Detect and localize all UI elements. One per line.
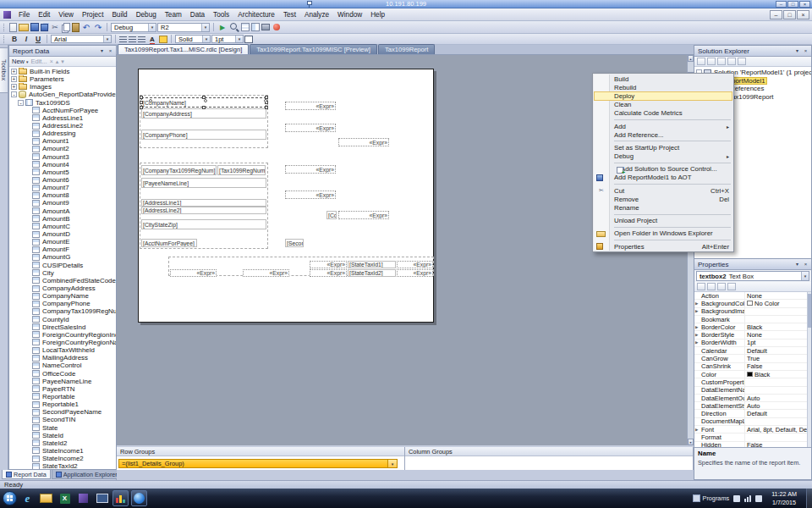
context-menu-item-deploy[interactable]: Deploy [594,91,732,100]
collapse-expander-icon[interactable]: - [18,100,24,106]
expand-arrow-icon[interactable]: ▶ [695,428,698,432]
excel-icon[interactable] [57,490,73,506]
tree-field-mailingaddress[interactable]: MailingAddress [9,354,116,362]
tree-field-state[interactable]: State [9,423,116,431]
copy-icon[interactable] [63,23,70,31]
context-menu-item-rebuild[interactable]: Rebuild [594,83,732,91]
menu-item-edit[interactable]: Edit [34,9,54,20]
chevron-down-icon[interactable]: ▾ [801,272,809,280]
payee-name-line-textbox[interactable]: [PayeeNameLine] [141,178,266,188]
context-menu-item-unload-project[interactable]: Unload Project [594,217,732,225]
tray-action-center-icon[interactable] [733,495,740,502]
expr-2-textbox[interactable]: «Expr» [285,124,336,132]
chevron-down-icon[interactable]: ▾ [387,460,397,467]
tree-field-stateincome2[interactable]: StateIncome2 [9,455,116,462]
expand-arrow-icon[interactable]: ▶ [695,309,698,313]
menu-item-analyze[interactable]: Analyze [300,9,333,20]
context-menu-item-properties[interactable]: PropertiesAlt+Enter [594,242,732,251]
property-row-backgroundcolor[interactable]: ▶BackgroundColorNo Color [694,300,811,307]
tree-field-combinedfedstatecode[interactable]: CombinedFedStateCode [9,277,116,284]
selection-handle[interactable] [140,96,143,99]
scroll-up-icon[interactable]: ▴ [688,55,694,62]
save-icon[interactable] [30,23,39,31]
programs-toolbar[interactable]: Programs [693,494,730,502]
property-row-borderwidth[interactable]: ▶BorderWidth1pt [694,340,811,347]
context-menu-item-debug[interactable]: Debug▸ [594,152,732,161]
address-line1-textbox[interactable]: [AddressLine1] [141,199,266,207]
property-row-hidden[interactable]: HiddenFalse [694,442,811,447]
chevron-down-icon[interactable]: ▾ [148,24,156,31]
ie-icon[interactable] [19,490,36,506]
second-tin-textbox[interactable]: [SecondTIN] [285,239,304,247]
tree-field-companyaddress[interactable]: CompanyAddress [9,284,116,292]
align-center-icon[interactable] [129,36,136,42]
tree-item-images[interactable]: +Images [9,83,116,91]
design-page[interactable]: [CompanyName]«Expr»[CompanyAddress]«Expr… [138,69,434,323]
tree-field-reportable[interactable]: Reportable [9,393,116,400]
expand-arrow-icon[interactable]: ▶ [695,333,698,337]
property-row-bordercolor[interactable]: ▶BorderColorBlack [694,323,811,331]
doc-tab-tax1099report-tax1099misc-preview[interactable]: Tax1099Report.Tax1099MISC [Preview] [250,44,377,54]
context-menu-item-remove[interactable]: RemoveDel [594,195,732,203]
align-left-icon[interactable] [119,36,127,42]
expr-4-textbox[interactable]: «Expr» [285,165,336,174]
border-color-icon[interactable] [244,36,253,43]
menu-item-test[interactable]: Test [279,9,300,20]
context-menu-item-rename[interactable]: Rename [594,203,732,212]
delete-icon[interactable]: × [50,58,53,64]
chart-app-icon[interactable] [112,490,129,506]
doc-tab-tax1099report-tax1-misc-rdlc-design[interactable]: Tax1099Report.Tax1...MISC.rdlc [Design] [118,44,249,54]
menu-item-build[interactable]: Build [107,9,131,20]
property-row-font[interactable]: ▶FontArial, 8pt, Default, De... [694,426,811,433]
expand-arrow-icon[interactable]: ▶ [695,325,698,329]
tree-field-amountb[interactable]: AmountB [9,215,116,223]
menu-item-debug[interactable]: Debug [132,9,161,20]
paste-icon[interactable] [72,23,80,32]
expr-12-textbox[interactable]: «Expr» [397,269,433,277]
company-phone-textbox[interactable]: [CompanyPhone] [141,130,266,140]
pin-icon[interactable] [306,1,313,8]
new-file-icon[interactable] [9,23,17,32]
tree-field-reportable1[interactable]: Reportable1 [9,400,116,408]
move-down-icon[interactable]: ▾ [61,58,64,65]
find-icon[interactable] [229,22,239,32]
close-icon[interactable]: × [802,261,809,268]
tree-field-addressing[interactable]: Addressing [9,130,116,137]
expr-9-textbox[interactable]: «Expr» [170,269,217,277]
property-row-calendar[interactable]: CalendarDefault [694,347,811,355]
menu-item-architecture[interactable]: Architecture [233,9,279,20]
refresh-icon[interactable] [717,58,726,65]
menu-item-file[interactable]: File [14,9,34,20]
expr-5-textbox[interactable]: «Expr» [285,190,336,199]
tree-field-amount2[interactable]: Amount2 [9,145,116,152]
tree-field-companytax1099regnum[interactable]: CompanyTax1099RegNum [9,307,116,315]
windows-explorer-icon[interactable] [38,490,54,506]
tree-field-amount8[interactable]: Amount8 [9,191,116,199]
tree-field-secondpayeename[interactable]: SecondPayeeName [9,408,116,416]
remote-desktop-icon[interactable] [94,490,110,506]
state-tax-id1-textbox[interactable]: [StateTaxId1] [348,261,396,268]
context-menu-item-calculate-code-metrics[interactable]: Calculate Code Metrics [594,109,732,118]
selection-handle[interactable] [265,106,268,109]
tree-field-amount5[interactable]: Amount5 [9,168,116,176]
underline-icon[interactable] [33,34,43,44]
expr-1-textbox[interactable]: «Expr» [285,102,336,110]
tree-field-amount6[interactable]: Amount6 [9,176,116,184]
tree-item-autogen-reportdataprovider[interactable]: -AutoGen_ReportDataProvider [9,91,116,98]
context-menu-item-cut[interactable]: CutCtrl+X [594,186,732,195]
window-position-icon[interactable]: ▾ [793,47,801,55]
new-button[interactable]: New ▾ [12,58,29,65]
show-all-files-icon[interactable] [707,58,716,65]
tax-regnum-textbox[interactable]: [Tax1099RegNum] [217,165,266,175]
property-row-canshrink[interactable]: CanShrinkFalse [694,363,811,371]
save-all-icon[interactable] [41,24,48,31]
show-desktop-button[interactable] [806,489,812,508]
property-pages-icon[interactable] [717,283,726,290]
edit-button[interactable]: Edit... [31,58,47,65]
menu-item-data[interactable]: Data [186,9,209,20]
reset-icon[interactable] [727,283,736,290]
property-row-borderstyle[interactable]: ▶BorderStyleNone [694,331,811,339]
state-tax-id2-textbox[interactable]: [StateTaxId2] [348,269,396,277]
expr-3-textbox[interactable]: «Expr» [338,138,389,146]
chevron-down-icon[interactable]: ▾ [103,36,111,42]
